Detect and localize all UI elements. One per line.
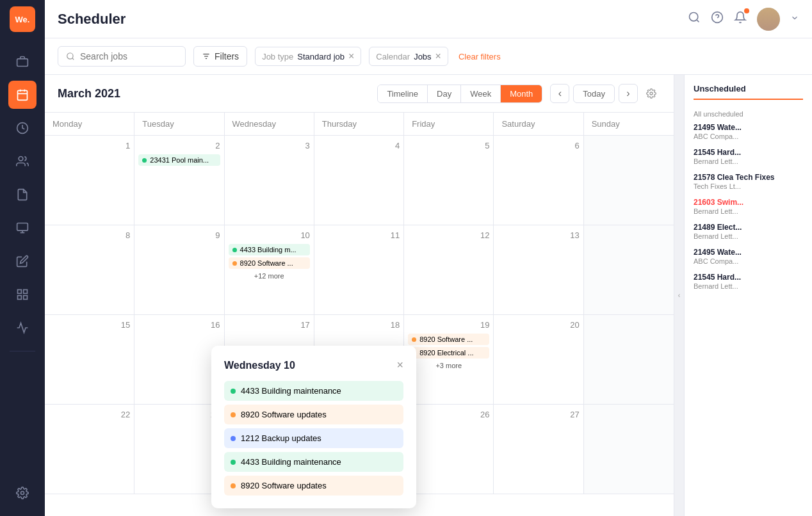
calendar-settings-icon[interactable] [642, 84, 661, 103]
unscheduled-sub: All unscheduled [685, 105, 812, 123]
unscheduled-item-21495b[interactable]: 21495 Wate... ABC Compa... [694, 248, 803, 265]
sidebar-item-analytics[interactable] [8, 214, 37, 242]
filter-jobtype-tag[interactable]: Job type Standard job × [255, 47, 361, 66]
weekday-tuesday: Tuesday [134, 113, 224, 135]
popup-job-8920a[interactable]: 8920 Software updates [224, 405, 403, 424]
cal-cell-mar12: 12 [404, 225, 494, 314]
cal-cell-mar9: 9 [134, 225, 224, 314]
more-jobs-link-19[interactable]: +3 more [408, 360, 489, 371]
sidebar-item-settings[interactable] [8, 479, 37, 507]
nav-next-button[interactable]: › [619, 84, 638, 103]
sidebar-divider [10, 351, 35, 351]
popup-job-dot [231, 412, 236, 417]
weekday-thursday: Thursday [314, 113, 404, 135]
unscheduled-header: Unscheduled [685, 75, 812, 105]
cell-date: 8 [49, 230, 130, 240]
unscheduled-item-21495[interactable]: 21495 Wate... ABC Compa... [694, 123, 803, 140]
job-dot [142, 158, 147, 163]
unscheduled-item-21603[interactable]: 21603 Swim... Bernard Lett... [694, 198, 803, 215]
filter-calendar-close[interactable]: × [435, 51, 441, 61]
filter-calendar-label: Calendar [376, 52, 410, 61]
job-chip-8920[interactable]: 8920 Software ... [229, 257, 310, 269]
unscheduled-list: 21495 Wate... ABC Compa... 21545 Hard...… [685, 123, 812, 516]
job-chip-8920-el[interactable]: 8920 Electrical ... [408, 347, 489, 359]
avatar[interactable] [757, 8, 780, 31]
notifications-icon[interactable] [734, 11, 747, 27]
sidebar-item-reports[interactable] [8, 114, 37, 142]
sidebar-item-people[interactable] [8, 147, 37, 175]
job-label: 4433 Building m... [240, 246, 296, 254]
popup-job-8920b[interactable]: 8920 Software updates [224, 476, 403, 496]
help-icon[interactable] [711, 11, 724, 27]
unscheduled-item-21489[interactable]: 21489 Elect... Bernard Lett... [694, 223, 803, 240]
panel-collapse-button[interactable]: ‹ [674, 75, 684, 516]
tab-week[interactable]: Week [461, 85, 501, 102]
unscheduled-job-company: ABC Compa... [694, 257, 803, 265]
wednesday-popup: Wednesday 10 × 4433 Building maintenance… [211, 346, 416, 508]
unscheduled-job-id: 21495 Wate... [694, 248, 803, 257]
popup-job-label: 4433 Building maintenance [241, 457, 341, 467]
svg-rect-13 [24, 296, 28, 300]
cal-cell-mar6: 6 [494, 136, 583, 225]
unscheduled-job-company: Bernard Lett... [694, 207, 803, 215]
unscheduled-job-id: 21545 Hard... [694, 273, 803, 282]
tab-month[interactable]: Month [501, 85, 542, 102]
avatar-image [757, 8, 780, 31]
sidebar-item-calendar[interactable] [8, 81, 37, 109]
cell-date: 12 [408, 230, 489, 240]
nav-prev-button[interactable]: ‹ [550, 84, 569, 103]
unscheduled-job-id: 21489 Elect... [694, 223, 803, 232]
avatar-dropdown-icon[interactable] [790, 12, 799, 26]
svg-rect-10 [18, 290, 22, 294]
app-logo[interactable]: We. [10, 6, 35, 32]
sidebar-item-grid[interactable] [8, 280, 37, 309]
cal-cell-mar3: 3 [225, 136, 314, 225]
sidebar-item-invoices[interactable] [8, 181, 37, 209]
calendar-area: March 2021 Timeline Day Week Month ‹ Tod… [45, 75, 812, 516]
search-box[interactable] [58, 46, 186, 67]
unscheduled-item-21545b[interactable]: 21545 Hard... Bernard Lett... [694, 273, 803, 290]
cal-cell-empty4 [584, 405, 674, 494]
clear-filters-button[interactable]: Clear filters [459, 52, 501, 61]
job-chip-4433[interactable]: 4433 Building m... [229, 244, 310, 255]
cell-date: 2 [138, 141, 220, 150]
cal-cell-mar8: 8 [45, 225, 134, 314]
calendar-month-title: March 2021 [58, 87, 377, 101]
cell-date: 6 [498, 141, 579, 150]
popup-job-4433a[interactable]: 4433 Building maintenance [224, 381, 403, 401]
job-chip[interactable]: 23431 Pool main... [138, 154, 220, 166]
cell-date: 5 [408, 141, 489, 150]
search-icon[interactable] [688, 11, 701, 27]
filter-jobtype-value: Standard job [297, 52, 345, 61]
filter-icon [202, 52, 211, 61]
popup-close-button[interactable]: × [396, 359, 403, 372]
today-button[interactable]: Today [573, 85, 615, 103]
weekday-monday: Monday [45, 113, 134, 135]
cal-cell-empty [584, 136, 674, 225]
sidebar-item-notes[interactable] [8, 247, 37, 275]
more-jobs-link[interactable]: +12 more [229, 271, 310, 281]
unscheduled-job-company: Bernard Lett... [694, 282, 803, 290]
svg-rect-1 [18, 90, 28, 100]
tab-day[interactable]: Day [428, 85, 461, 102]
tab-timeline[interactable]: Timeline [378, 85, 428, 102]
svg-point-15 [690, 13, 698, 21]
sidebar-item-jobs[interactable] [8, 47, 37, 76]
unscheduled-item-21545[interactable]: 21545 Hard... Bernard Lett... [694, 148, 803, 165]
main-content: Scheduler Filt [45, 0, 812, 516]
sidebar-item-stats[interactable] [8, 314, 37, 342]
filter-jobtype-close[interactable]: × [348, 51, 354, 61]
popup-job-1212[interactable]: 1212 Backup updates [224, 428, 403, 448]
cell-date: 13 [498, 230, 579, 240]
cal-cell-mar5: 5 [404, 136, 494, 225]
cal-cell-mar22: 22 [45, 405, 134, 494]
cal-cell-mar10: 10 4433 Building m... 8920 Software ... … [225, 225, 314, 314]
unscheduled-job-id: 21603 Swim... [694, 198, 803, 207]
cal-cell-mar13: 13 [494, 225, 583, 314]
filter-calendar-tag[interactable]: Calendar Jobs × [369, 47, 448, 66]
job-chip-8920-sw[interactable]: 8920 Software ... [408, 334, 489, 345]
unscheduled-item-21578[interactable]: 21578 Clea Tech Fixes Tech Fixes Lt... [694, 173, 803, 190]
search-input[interactable] [80, 51, 163, 61]
filters-button[interactable]: Filters [193, 46, 247, 67]
popup-job-4433b[interactable]: 4433 Building maintenance [224, 452, 403, 472]
